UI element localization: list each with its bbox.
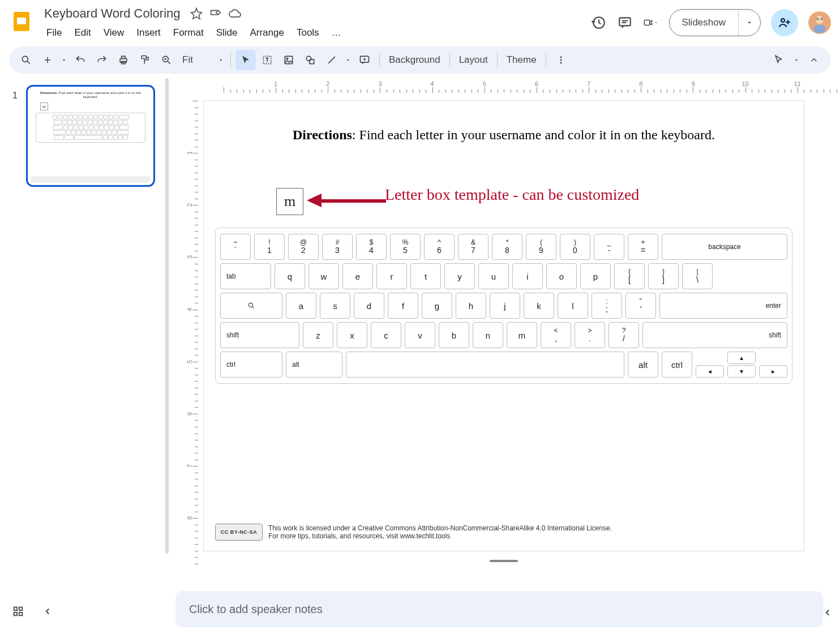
key-arrow-left[interactable]: ◂ — [696, 365, 724, 378]
key[interactable]: w — [308, 263, 339, 289]
key[interactable]: $4 — [356, 234, 387, 260]
key-arrow-right[interactable]: ▸ — [759, 365, 787, 378]
key[interactable]: s — [320, 293, 350, 319]
zoom-icon[interactable] — [156, 50, 177, 70]
more-options-icon[interactable] — [551, 50, 571, 70]
slideshow-button[interactable]: Slideshow — [669, 9, 761, 36]
directions-text[interactable]: Directions: Find each letter in your use… — [204, 126, 804, 145]
key[interactable]: {[ — [614, 263, 645, 289]
explore-collapse-icon[interactable] — [820, 605, 835, 620]
cursor-dropdown-icon[interactable] — [791, 57, 802, 63]
new-slide-button[interactable] — [37, 50, 58, 70]
key[interactable]: t — [410, 263, 441, 289]
key[interactable]: ~` — [220, 234, 251, 260]
undo-icon[interactable] — [70, 50, 91, 70]
star-icon[interactable] — [190, 7, 203, 20]
key-arrow-up[interactable]: ▴ — [727, 352, 756, 364]
key[interactable]: |\ — [682, 263, 713, 289]
zoom-dropdown-icon[interactable] — [216, 57, 226, 63]
menu-insert[interactable]: Insert — [131, 24, 166, 42]
collapse-filmstrip-icon[interactable] — [38, 602, 57, 620]
key[interactable]: p — [580, 263, 611, 289]
key[interactable]: h — [456, 293, 486, 319]
panel-resize-handle[interactable] — [164, 78, 170, 622]
menu-slide[interactable]: Slide — [211, 24, 243, 42]
menu-view[interactable]: View — [98, 24, 130, 42]
key[interactable]: += — [628, 234, 658, 260]
key[interactable]: j — [490, 293, 520, 319]
slideshow-label[interactable]: Slideshow — [670, 10, 739, 36]
key[interactable]: alt — [286, 352, 342, 378]
menu-edit[interactable]: Edit — [68, 24, 96, 42]
key[interactable]: shift — [220, 322, 299, 348]
key[interactable]: }] — [648, 263, 679, 289]
history-icon[interactable] — [591, 15, 607, 31]
key[interactable]: z — [303, 322, 333, 348]
key[interactable]: @2 — [288, 234, 319, 260]
key[interactable]: #3 — [322, 234, 353, 260]
layout-button[interactable]: Layout — [455, 54, 492, 66]
key[interactable]: g — [422, 293, 452, 319]
key[interactable]: %5 — [390, 234, 421, 260]
theme-button[interactable]: Theme — [502, 54, 541, 66]
image-icon[interactable] — [278, 50, 299, 70]
slide-canvas[interactable]: Directions: Find each letter in your use… — [204, 101, 804, 551]
cloud-status-icon[interactable] — [228, 7, 242, 20]
key[interactable]: ^6 — [424, 234, 455, 260]
key[interactable]: ?/ — [608, 322, 639, 348]
key[interactable]: :; — [592, 293, 622, 319]
key-caps[interactable] — [220, 293, 282, 319]
key[interactable]: !1 — [254, 234, 285, 260]
line-icon[interactable] — [322, 50, 342, 70]
key[interactable]: k — [524, 293, 554, 319]
cursor-mode-icon[interactable] — [769, 50, 789, 70]
horizontal-ruler[interactable]: 1234567891011 — [198, 78, 829, 93]
document-title[interactable]: Keyboard Word Coloring — [41, 5, 184, 22]
key[interactable]: shift — [642, 322, 787, 348]
key[interactable]: d — [354, 293, 384, 319]
line-dropdown-icon[interactable] — [343, 57, 353, 63]
comments-icon[interactable] — [617, 15, 633, 31]
shape-icon[interactable] — [300, 50, 320, 70]
key[interactable]: q — [275, 263, 305, 289]
key[interactable]: c — [371, 322, 401, 348]
text-box-icon[interactable] — [257, 50, 277, 70]
background-button[interactable]: Background — [384, 54, 445, 66]
key[interactable]: alt — [628, 352, 658, 378]
key[interactable]: _- — [594, 234, 624, 260]
move-icon[interactable] — [209, 7, 222, 20]
key[interactable]: r — [376, 263, 407, 289]
zoom-level[interactable]: Fit — [178, 54, 198, 66]
menu-file[interactable]: File — [41, 24, 67, 42]
key[interactable]: (9 — [526, 234, 556, 260]
keyboard-diagram[interactable]: ~`!1@2#3$4%5^6&7*8(9)0_-+=backspace tabq… — [215, 228, 792, 384]
key[interactable]: >. — [575, 322, 605, 348]
key[interactable]: i — [512, 263, 543, 289]
speaker-notes[interactable]: Click to add speaker notes — [175, 591, 823, 627]
menu-arrange[interactable]: Arrange — [244, 24, 289, 42]
key[interactable]: tab — [220, 263, 271, 289]
key[interactable]: o — [546, 263, 577, 289]
new-slide-dropdown-icon[interactable] — [59, 57, 69, 63]
key[interactable]: n — [473, 322, 503, 348]
key[interactable]: ctrl — [662, 352, 692, 378]
key[interactable]: v — [405, 322, 435, 348]
key[interactable]: b — [439, 322, 469, 348]
letter-box[interactable]: m — [276, 188, 303, 215]
grid-view-icon[interactable] — [9, 602, 27, 620]
key[interactable]: *8 — [492, 234, 522, 260]
key[interactable]: y — [444, 263, 475, 289]
redo-icon[interactable] — [92, 50, 112, 70]
paint-format-icon[interactable] — [135, 50, 155, 70]
meet-button[interactable] — [643, 15, 659, 31]
key[interactable]: l — [558, 293, 588, 319]
key[interactable]: f — [388, 293, 418, 319]
key[interactable]: enter — [659, 293, 787, 319]
key[interactable]: u — [478, 263, 509, 289]
key-arrow-down[interactable]: ▾ — [727, 365, 756, 378]
menu-tools[interactable]: Tools — [291, 24, 325, 42]
notes-resize-handle[interactable] — [490, 560, 518, 562]
share-button[interactable] — [771, 9, 798, 36]
key[interactable]: )0 — [560, 234, 590, 260]
comment-add-icon[interactable] — [354, 50, 375, 70]
